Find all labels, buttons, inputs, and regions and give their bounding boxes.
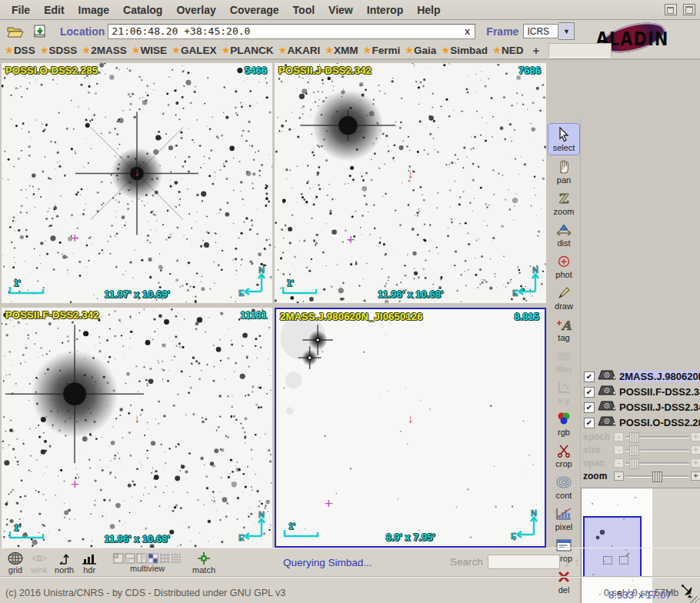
view-quad-icon-selected[interactable]	[148, 553, 158, 564]
contours-icon	[555, 474, 572, 491]
view-split-h-icon[interactable]	[125, 553, 135, 564]
tab-wise[interactable]: ★WISE	[132, 45, 167, 56]
tab-2mass[interactable]: ★2MASS	[82, 45, 126, 56]
view-grid9-icon[interactable]	[159, 553, 170, 564]
tool-dist[interactable]: dist	[548, 219, 579, 250]
tab-dss[interactable]: ★DSS	[5, 45, 35, 56]
menu-interop[interactable]: Interop	[360, 2, 410, 18]
view-panel-possi-o[interactable]: POSSI.O-DSS2.285 5466 ↓ + 11.97' x 10.69…	[2, 63, 272, 303]
hand-icon	[556, 158, 572, 175]
menu-view[interactable]: View	[322, 2, 360, 18]
north-arrow-icon	[57, 551, 72, 565]
north-button[interactable]: north	[55, 551, 74, 575]
menu-coverage[interactable]: Coverage	[223, 2, 286, 18]
frame-dropdown-icon[interactable]: ▼	[558, 22, 575, 40]
location-input[interactable]	[112, 25, 463, 37]
tab-xmm[interactable]: ★XMM	[325, 45, 358, 56]
svg-text:N: N	[532, 266, 538, 275]
zoom-slider-track[interactable]	[625, 471, 689, 481]
target-arrow-icon: ↓	[408, 168, 414, 179]
tool-select[interactable]: select	[548, 123, 580, 155]
source-counter: 5466	[245, 65, 267, 76]
tab-planck[interactable]: ★PLANCK	[222, 45, 273, 56]
star-icon: ★	[172, 45, 180, 55]
view-single-icon[interactable]	[113, 553, 124, 564]
zoom-plus-button[interactable]: +	[691, 471, 700, 481]
layer-row-possi-o[interactable]: ✔ POSSI.O-DSS2.285	[581, 415, 700, 430]
menu-help[interactable]: Help	[410, 2, 447, 18]
plane-icon	[597, 385, 617, 399]
tool-zoom[interactable]: Z zoom	[548, 188, 579, 218]
layer-checkbox[interactable]: ✔	[584, 387, 595, 398]
tool-phot[interactable]: phot	[548, 251, 579, 282]
menu-overlay[interactable]: Overlay	[169, 2, 222, 18]
detach-window-icon[interactable]	[619, 556, 628, 565]
layer-checkbox[interactable]: ✔	[584, 402, 595, 413]
select-cursor-icon	[556, 126, 572, 143]
menu-catalog[interactable]: Catalog	[116, 2, 169, 18]
layer-row-2mass[interactable]: ✔ 2MASS.J.980620N_JI0650126	[581, 369, 700, 384]
clear-location-icon[interactable]: x	[463, 25, 472, 37]
view-panel-possii-f[interactable]: POSSII.F-DSS2.342 11181 ↓ + 11.96' x 10.…	[2, 308, 272, 548]
multiview-button-group: multiview	[113, 553, 182, 573]
load-file-icon[interactable]	[31, 23, 49, 40]
window-maximize-icon[interactable]	[683, 4, 695, 15]
tab-add[interactable]: +	[532, 44, 539, 57]
view-panel-possii-j[interactable]: POSSII.J-DSS2.342 7686 ↓ + 11.96' x 10.6…	[275, 63, 546, 303]
plane-label: POSSII.J-DSS2.342	[278, 65, 372, 76]
tool-crop[interactable]: crop	[548, 440, 579, 471]
search-input[interactable]	[488, 555, 560, 569]
collapse-panel-icon[interactable]	[603, 556, 612, 565]
view-panel-2mass-selected[interactable]: 2MASS.J.980620N_JI0650126 8.815 ↓ + 8.9'…	[275, 308, 546, 548]
tab-galex[interactable]: ★GALEX	[172, 45, 216, 56]
match-button[interactable]: match	[192, 551, 215, 575]
menu-file[interactable]: File	[5, 2, 37, 18]
tab-simbad[interactable]: ★Simbad	[442, 45, 488, 56]
sky-image	[275, 63, 546, 303]
server-tabs: ★DSS ★SDSS ★2MASS ★WISE ★GALEX ★PLANCK ★…	[0, 42, 700, 60]
reticle-cross-icon: +	[71, 477, 79, 491]
epoch-slider: epoch - +	[581, 431, 700, 443]
hdr-button[interactable]: hdr	[81, 551, 98, 575]
tab-ned[interactable]: ★NED	[493, 45, 523, 56]
window-restore-icon[interactable]	[665, 4, 677, 15]
menu-image[interactable]: Image	[72, 2, 116, 18]
tab-gaia[interactable]: ★Gaia	[405, 45, 436, 56]
tab-sdss[interactable]: ★SDSS	[41, 45, 78, 56]
tool-tag[interactable]: A tag	[548, 314, 579, 345]
tag-icon: A	[555, 316, 572, 333]
zoom-slider-thumb[interactable]	[652, 471, 662, 482]
stack-panel: ✔ 2MASS.J.980620N_JI0650126 ✔ POSSII.F-D…	[580, 120, 700, 603]
layer-checkbox[interactable]: ✔	[584, 371, 595, 382]
tool-draw[interactable]: draw	[548, 282, 579, 313]
status-bar: (c) 2016 Unistra/CNRS - by CDS - Distrib…	[0, 576, 700, 603]
tab-akari[interactable]: ★AKARI	[279, 45, 321, 56]
multiview-area: POSSI.O-DSS2.285 5466 ↓ + 11.97' x 10.69…	[0, 60, 700, 548]
tool-rgb[interactable]: rgb	[548, 408, 579, 439]
tool-pixel[interactable]: pixel	[548, 503, 579, 534]
grid-globe-icon	[7, 551, 24, 565]
tool-pan[interactable]: pan	[548, 156, 579, 187]
svg-text:Z: Z	[559, 191, 568, 206]
tool-contour[interactable]: cont	[548, 471, 579, 502]
zoom-minus-button[interactable]: -	[614, 471, 624, 481]
menu-tool[interactable]: Tool	[286, 2, 322, 18]
grid-button[interactable]: grid	[7, 551, 24, 575]
layer-row-possii-f[interactable]: ✔ POSSII.F-DSS2.342	[581, 385, 700, 399]
view-split-v-icon[interactable]	[136, 553, 147, 564]
view-grid16-icon[interactable]	[171, 553, 182, 564]
layer-checkbox[interactable]: ✔	[584, 418, 595, 428]
tab-fermi[interactable]: ★Fermi	[364, 45, 401, 56]
star-icon: ★	[279, 45, 287, 55]
open-folder-icon[interactable]	[6, 23, 25, 40]
star-icon: ★	[405, 45, 413, 55]
search-next-icon[interactable]: ↓	[564, 556, 570, 568]
search-prev-icon[interactable]: ↑	[574, 556, 580, 568]
frame-combobox[interactable]: ICRS ▼	[523, 23, 575, 39]
size-slider: size - +	[581, 444, 700, 456]
star-icon: ★	[325, 45, 333, 55]
zoom-slider[interactable]: zoom - +	[581, 470, 700, 482]
menu-edit[interactable]: Edit	[37, 2, 71, 18]
layer-row-possii-j[interactable]: ✔ POSSII.J-DSS2.342	[581, 400, 700, 415]
distance-icon	[555, 222, 572, 238]
